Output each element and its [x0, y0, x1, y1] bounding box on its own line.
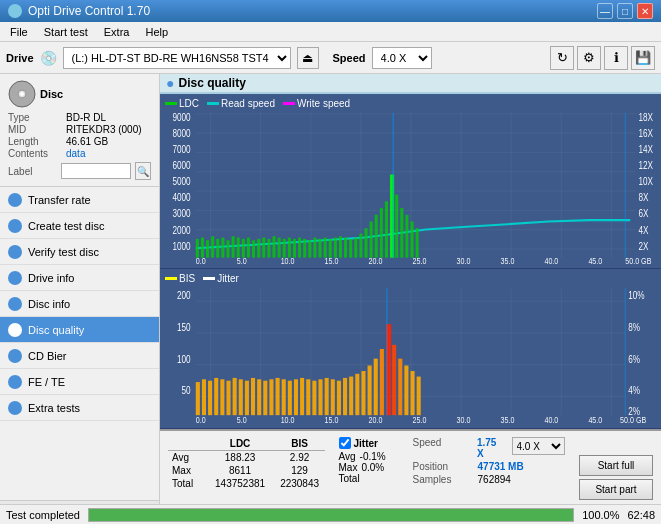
menu-help[interactable]: Help — [139, 24, 174, 40]
app-title: Opti Drive Control 1.70 — [28, 4, 150, 18]
svg-rect-38 — [221, 238, 224, 258]
svg-text:6000: 6000 — [172, 159, 190, 171]
jitter-max-row: Max 0.0% — [339, 462, 397, 473]
nav-disc-quality[interactable]: Disc quality — [0, 317, 159, 343]
svg-text:100: 100 — [177, 353, 191, 365]
speed-dropdown[interactable]: 4.0 X 1.0 X 2.0 X — [512, 437, 565, 455]
eject-button[interactable]: ⏏ — [297, 47, 319, 69]
chart2-svg: 200 150 100 50 10% 8% 6% 4% 2% 0.0 5.0 1… — [160, 269, 661, 428]
nav-cd-bier[interactable]: CD Bier — [0, 343, 159, 369]
stats-total-ldc: 143752381 — [205, 477, 274, 490]
svg-rect-123 — [337, 381, 341, 415]
svg-text:50.0 GB: 50.0 GB — [620, 415, 647, 426]
stats-avg-ldc: 188.23 — [205, 451, 274, 464]
speed-select[interactable]: 4.0 X 1.0 X 2.0 X 6.0 X 8.0 X — [372, 47, 432, 69]
svg-rect-46 — [262, 238, 265, 258]
settings-button[interactable]: ⚙ — [577, 46, 601, 70]
nav-extra-tests[interactable]: Extra tests — [0, 395, 159, 421]
stats-col-bis: BIS — [275, 437, 325, 451]
drive-label: Drive — [6, 52, 34, 64]
svg-rect-132 — [392, 345, 396, 415]
svg-rect-124 — [343, 378, 347, 415]
svg-text:200: 200 — [177, 290, 191, 302]
nav-create-test-disc[interactable]: Create test disc — [0, 213, 159, 239]
svg-rect-66 — [364, 228, 367, 258]
info-button[interactable]: ℹ — [604, 46, 628, 70]
nav-drive-info[interactable]: Drive info — [0, 265, 159, 291]
stats-total-label: Total — [168, 477, 205, 490]
svg-text:45.0: 45.0 — [588, 415, 602, 426]
svg-rect-47 — [267, 239, 270, 258]
start-full-button[interactable]: Start full — [579, 455, 653, 476]
jitter-checkbox[interactable] — [339, 437, 351, 449]
menu-start-test[interactable]: Start test — [38, 24, 94, 40]
nav-disc-info[interactable]: Disc info — [0, 291, 159, 317]
svg-text:16X: 16X — [639, 127, 654, 139]
svg-text:45.0: 45.0 — [588, 255, 602, 266]
samples-row: Samples 762894 — [413, 474, 565, 485]
disc-quality-icon — [8, 323, 22, 337]
svg-rect-134 — [404, 366, 408, 416]
svg-rect-55 — [308, 240, 311, 257]
label-input[interactable] — [61, 163, 131, 179]
svg-rect-106 — [233, 378, 237, 415]
svg-text:9000: 9000 — [172, 111, 190, 123]
svg-text:18X: 18X — [639, 111, 654, 123]
svg-rect-113 — [276, 378, 280, 415]
svg-rect-116 — [294, 380, 298, 416]
svg-rect-115 — [288, 381, 292, 415]
svg-rect-104 — [220, 380, 224, 416]
svg-text:14X: 14X — [639, 143, 654, 155]
stats-row-avg: Avg 188.23 2.92 — [168, 451, 325, 464]
stats-total-bis: 2230843 — [275, 477, 325, 490]
jitter-label: Jitter — [354, 438, 378, 449]
menu-file[interactable]: File — [4, 24, 34, 40]
svg-text:30.0: 30.0 — [457, 415, 471, 426]
refresh-button[interactable]: ↻ — [550, 46, 574, 70]
svg-text:25.0: 25.0 — [413, 415, 427, 426]
contents-value: data — [66, 148, 85, 159]
svg-text:15.0: 15.0 — [325, 415, 339, 426]
stats-col-ldc: LDC — [205, 437, 274, 451]
maximize-button[interactable]: □ — [617, 3, 633, 19]
menu-extra[interactable]: Extra — [98, 24, 136, 40]
svg-rect-45 — [257, 239, 260, 258]
svg-text:3000: 3000 — [172, 207, 190, 219]
svg-rect-69 — [380, 208, 383, 258]
speed-key: Speed — [413, 437, 477, 459]
disc-icon — [8, 80, 36, 108]
chart1-svg: 9000 8000 7000 6000 5000 4000 3000 2000 … — [160, 94, 661, 268]
verify-test-disc-icon — [8, 245, 22, 259]
svg-text:4%: 4% — [628, 385, 640, 397]
svg-text:5000: 5000 — [172, 175, 190, 187]
svg-rect-135 — [411, 371, 415, 415]
start-part-button[interactable]: Start part — [579, 479, 653, 500]
svg-rect-43 — [247, 238, 250, 258]
contents-label: Contents — [8, 148, 66, 159]
svg-rect-114 — [282, 380, 286, 416]
chart1: LDC Read speed Write speed — [160, 94, 661, 269]
nav-transfer-rate[interactable]: Transfer rate — [0, 187, 159, 213]
close-button[interactable]: ✕ — [637, 3, 653, 19]
progress-percentage: 100.0% — [582, 509, 619, 521]
nav-verify-test-disc[interactable]: Verify test disc — [0, 239, 159, 265]
svg-rect-126 — [355, 374, 359, 415]
jitter-avg-row: Avg -0.1% — [339, 451, 397, 462]
save-button[interactable]: 💾 — [631, 46, 655, 70]
drive-select[interactable]: (L:) HL-DT-ST BD-RE WH16NS58 TST4 — [63, 47, 291, 69]
svg-text:4000: 4000 — [172, 191, 190, 203]
svg-rect-110 — [257, 380, 261, 416]
drive-bar: Drive 💿 (L:) HL-DT-ST BD-RE WH16NS58 TST… — [0, 42, 661, 74]
svg-rect-130 — [380, 349, 384, 415]
minimize-button[interactable]: — — [597, 3, 613, 19]
svg-rect-62 — [344, 238, 347, 258]
transfer-rate-icon — [8, 193, 22, 207]
svg-rect-48 — [272, 236, 275, 257]
svg-rect-70 — [385, 201, 388, 257]
label-button[interactable]: 🔍 — [135, 162, 151, 180]
disc-info-icon — [8, 297, 22, 311]
svg-rect-109 — [251, 378, 255, 415]
svg-text:35.0: 35.0 — [500, 255, 514, 266]
nav-fe-te[interactable]: FE / TE — [0, 369, 159, 395]
svg-rect-74 — [405, 215, 408, 258]
